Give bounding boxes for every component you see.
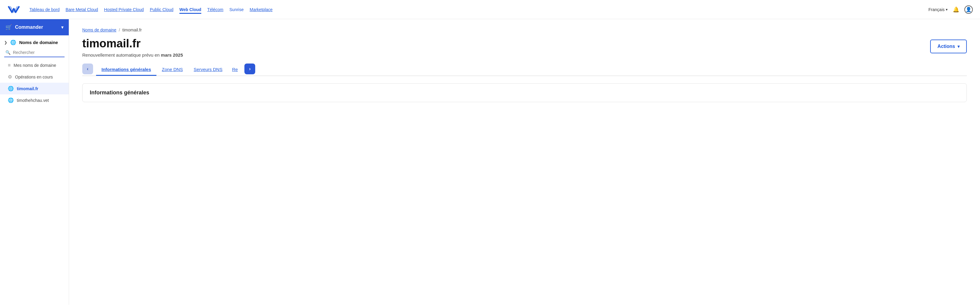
chevron-down-icon: ❯ xyxy=(4,40,7,45)
sidebar-section-header: ❯ 🌐 Noms de domaine xyxy=(0,35,69,47)
top-navigation: Tableau de bord Bare Metal Cloud Hosted … xyxy=(0,0,980,19)
globe-icon: 🌐 xyxy=(10,40,16,45)
list-icon: ≡ xyxy=(8,63,11,68)
actions-label: Actions xyxy=(937,44,955,49)
search-icon: 🔍 xyxy=(5,50,11,55)
logo-icon xyxy=(7,4,21,15)
sidebar-section-noms-de-domaine: ❯ 🌐 Noms de domaine 🔍 ≡ Mes noms de doma… xyxy=(0,35,69,106)
breadcrumb: Noms de domaine / timomail.fr xyxy=(82,28,967,32)
section-card-title: Informations générales xyxy=(90,90,959,96)
nav-link-bare-metal[interactable]: Bare Metal Cloud xyxy=(65,7,98,12)
tab-informations[interactable]: Informations générales xyxy=(96,64,156,76)
actions-chevron-icon: ▾ xyxy=(958,44,959,49)
globe-icon: 🌐 xyxy=(8,86,14,92)
chevron-down-icon: ▾ xyxy=(946,8,948,12)
nav-links: Tableau de bord Bare Metal Cloud Hosted … xyxy=(29,7,921,12)
layout: 🛒 Commander ▾ ❯ 🌐 Noms de domaine 🔍 ≡ Me… xyxy=(0,19,980,305)
sidebar-item-label: Mes noms de domaine xyxy=(14,63,56,68)
tab-serveurs-dns[interactable]: Serveurs DNS xyxy=(188,64,228,76)
breadcrumb-current: timomail.fr xyxy=(123,28,142,32)
sidebar-item-operations[interactable]: ⚙ Opérations en cours xyxy=(0,71,69,83)
nav-right: Français ▾ 🔔 👤 xyxy=(928,5,973,14)
commander-label: Commander xyxy=(15,25,43,30)
nav-link-sunrise[interactable]: Sunrise xyxy=(229,7,243,12)
section-card: Informations générales xyxy=(82,83,967,102)
commander-button[interactable]: 🛒 Commander ▾ xyxy=(0,19,69,35)
sidebar-item-mes-domaines[interactable]: ≡ Mes noms de domaine xyxy=(0,60,69,71)
nav-link-tableau[interactable]: Tableau de bord xyxy=(29,7,59,12)
gear-icon: ⚙ xyxy=(8,74,12,80)
tab-prev-button[interactable]: ‹ xyxy=(82,63,93,74)
nav-link-hosted-private[interactable]: Hosted Private Cloud xyxy=(104,7,144,12)
sidebar-item-timomail[interactable]: 🌐 timomail.fr xyxy=(0,83,69,94)
renewal-date: mars 2025 xyxy=(161,52,183,57)
page-header: timomail.fr Renouvellement automatique p… xyxy=(82,37,967,57)
language-selector[interactable]: Français ▾ xyxy=(928,7,948,12)
cart-icon: 🛒 xyxy=(5,24,12,30)
bell-icon[interactable]: 🔔 xyxy=(952,5,960,14)
sidebar-item-timothehchau[interactable]: 🌐 timothehchau.vet xyxy=(0,94,69,106)
sidebar-item-label: Opérations en cours xyxy=(15,74,53,79)
section-title: Noms de domaine xyxy=(19,40,58,45)
logo[interactable] xyxy=(7,4,21,15)
nav-link-telecom[interactable]: Télécom xyxy=(207,7,223,12)
sidebar-item-label: timomail.fr xyxy=(17,86,38,91)
sidebar: 🛒 Commander ▾ ❯ 🌐 Noms de domaine 🔍 ≡ Me… xyxy=(0,19,69,305)
renewal-text: Renouvellement automatique prévu en mars… xyxy=(82,52,183,57)
user-icon[interactable]: 👤 xyxy=(964,5,973,14)
search-input[interactable] xyxy=(13,50,64,55)
globe-icon: 🌐 xyxy=(8,97,14,103)
page-header-left: timomail.fr Renouvellement automatique p… xyxy=(82,37,183,57)
tab-next-button[interactable]: › xyxy=(244,63,255,74)
tab-re[interactable]: Re xyxy=(228,64,242,76)
commander-button-left: 🛒 Commander xyxy=(5,24,43,30)
nav-link-marketplace[interactable]: Marketplace xyxy=(250,7,273,12)
tabs-row: ‹ Informations générales Zone DNS Serveu… xyxy=(82,63,967,76)
tab-zone-dns[interactable]: Zone DNS xyxy=(156,64,188,76)
commander-chevron-icon: ▾ xyxy=(61,25,64,30)
page-title: timomail.fr xyxy=(82,37,183,50)
search-box[interactable]: 🔍 xyxy=(4,48,65,57)
actions-button[interactable]: Actions ▾ xyxy=(930,40,967,53)
sidebar-item-label: timothehchau.vet xyxy=(17,98,49,103)
breadcrumb-separator: / xyxy=(119,28,120,32)
main-content: Noms de domaine / timomail.fr timomail.f… xyxy=(69,19,980,305)
nav-link-public-cloud[interactable]: Public Cloud xyxy=(150,7,173,12)
breadcrumb-link[interactable]: Noms de domaine xyxy=(82,28,116,32)
nav-link-web-cloud[interactable]: Web Cloud xyxy=(180,7,202,12)
language-label: Français xyxy=(928,7,945,12)
